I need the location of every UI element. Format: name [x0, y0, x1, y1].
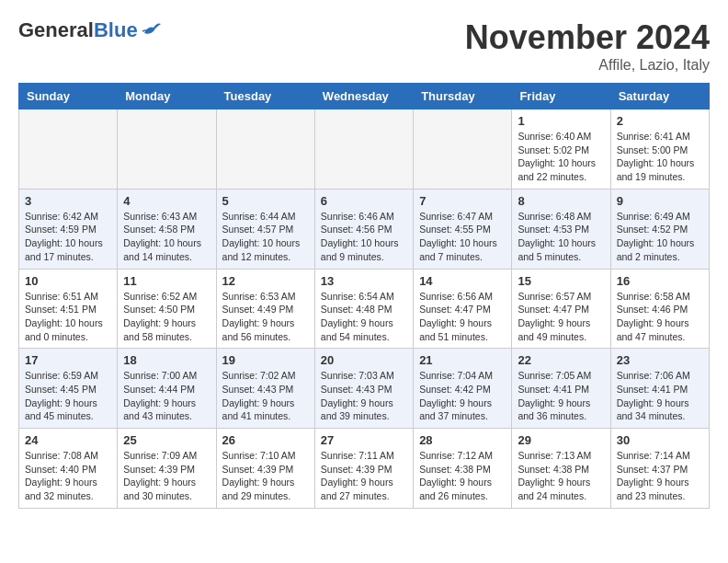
- day-cell: 11Sunrise: 6:52 AMSunset: 4:50 PMDayligh…: [118, 269, 216, 349]
- day-number: 26: [222, 433, 309, 447]
- day-info: Sunrise: 6:56 AMSunset: 4:47 PMDaylight:…: [419, 290, 506, 344]
- day-number: 30: [617, 433, 703, 447]
- day-number: 14: [419, 274, 506, 288]
- week-row-2: 3Sunrise: 6:42 AMSunset: 4:59 PMDaylight…: [19, 189, 710, 269]
- day-cell: 8Sunrise: 6:48 AMSunset: 4:53 PMDaylight…: [512, 189, 610, 269]
- col-header-thursday: Thursday: [414, 84, 512, 109]
- day-cell: 15Sunrise: 6:57 AMSunset: 4:47 PMDayligh…: [512, 269, 610, 349]
- day-cell: 19Sunrise: 7:02 AMSunset: 4:43 PMDayligh…: [216, 349, 314, 429]
- col-header-friday: Friday: [512, 84, 610, 109]
- week-row-3: 10Sunrise: 6:51 AMSunset: 4:51 PMDayligh…: [19, 269, 710, 349]
- day-info: Sunrise: 7:10 AMSunset: 4:39 PMDaylight:…: [222, 449, 309, 503]
- logo-general: General: [18, 18, 94, 42]
- day-info: Sunrise: 6:53 AMSunset: 4:49 PMDaylight:…: [222, 290, 309, 344]
- day-info: Sunrise: 7:04 AMSunset: 4:42 PMDaylight:…: [419, 369, 506, 423]
- day-info: Sunrise: 6:57 AMSunset: 4:47 PMDaylight:…: [518, 290, 604, 344]
- day-number: 12: [222, 274, 309, 288]
- day-cell: 29Sunrise: 7:13 AMSunset: 4:38 PMDayligh…: [512, 429, 610, 509]
- day-info: Sunrise: 7:11 AMSunset: 4:39 PMDaylight:…: [321, 449, 407, 503]
- calendar-table: SundayMondayTuesdayWednesdayThursdayFrid…: [18, 83, 710, 509]
- day-number: 17: [25, 353, 111, 367]
- day-number: 1: [518, 114, 604, 128]
- column-headers: SundayMondayTuesdayWednesdayThursdayFrid…: [19, 84, 710, 109]
- day-number: 28: [419, 433, 506, 447]
- day-cell: 22Sunrise: 7:05 AMSunset: 4:41 PMDayligh…: [512, 349, 610, 429]
- day-cell: 25Sunrise: 7:09 AMSunset: 4:39 PMDayligh…: [118, 429, 216, 509]
- day-cell: 26Sunrise: 7:10 AMSunset: 4:39 PMDayligh…: [216, 429, 314, 509]
- day-cell: 16Sunrise: 6:58 AMSunset: 4:46 PMDayligh…: [610, 269, 709, 349]
- day-cell: 7Sunrise: 6:47 AMSunset: 4:55 PMDaylight…: [414, 189, 512, 269]
- day-cell: 24Sunrise: 7:08 AMSunset: 4:40 PMDayligh…: [19, 429, 118, 509]
- day-number: 6: [321, 194, 407, 208]
- col-header-saturday: Saturday: [610, 84, 709, 109]
- day-info: Sunrise: 7:02 AMSunset: 4:43 PMDaylight:…: [222, 369, 309, 423]
- day-cell: [414, 109, 512, 190]
- day-info: Sunrise: 6:52 AMSunset: 4:50 PMDaylight:…: [123, 290, 210, 344]
- day-number: 24: [25, 433, 111, 447]
- day-cell: 21Sunrise: 7:04 AMSunset: 4:42 PMDayligh…: [414, 349, 512, 429]
- day-cell: 5Sunrise: 6:44 AMSunset: 4:57 PMDaylight…: [216, 189, 314, 269]
- day-number: 2: [617, 114, 703, 128]
- col-header-tuesday: Tuesday: [216, 84, 314, 109]
- day-cell: 2Sunrise: 6:41 AMSunset: 5:00 PMDaylight…: [610, 109, 709, 190]
- day-info: Sunrise: 7:13 AMSunset: 4:38 PMDaylight:…: [518, 449, 604, 503]
- day-info: Sunrise: 6:48 AMSunset: 4:53 PMDaylight:…: [518, 210, 604, 264]
- day-cell: 9Sunrise: 6:49 AMSunset: 4:52 PMDaylight…: [610, 189, 709, 269]
- day-number: 18: [123, 353, 210, 367]
- title-block: November 2024 Affile, Lazio, Italy: [465, 18, 710, 74]
- day-number: 8: [518, 194, 604, 208]
- calendar-body: 1Sunrise: 6:40 AMSunset: 5:02 PMDaylight…: [19, 109, 710, 509]
- day-number: 19: [222, 353, 309, 367]
- day-number: 23: [617, 353, 703, 367]
- day-info: Sunrise: 6:54 AMSunset: 4:48 PMDaylight:…: [321, 290, 407, 344]
- day-info: Sunrise: 6:43 AMSunset: 4:58 PMDaylight:…: [123, 210, 210, 264]
- day-cell: 20Sunrise: 7:03 AMSunset: 4:43 PMDayligh…: [314, 349, 413, 429]
- week-row-4: 17Sunrise: 6:59 AMSunset: 4:45 PMDayligh…: [19, 349, 710, 429]
- day-info: Sunrise: 6:51 AMSunset: 4:51 PMDaylight:…: [25, 290, 111, 344]
- day-number: 3: [25, 194, 111, 208]
- day-cell: 23Sunrise: 7:06 AMSunset: 4:41 PMDayligh…: [610, 349, 709, 429]
- day-number: 13: [321, 274, 407, 288]
- week-row-1: 1Sunrise: 6:40 AMSunset: 5:02 PMDaylight…: [19, 109, 710, 190]
- day-number: 25: [123, 433, 210, 447]
- day-cell: 3Sunrise: 6:42 AMSunset: 4:59 PMDaylight…: [19, 189, 118, 269]
- day-info: Sunrise: 7:14 AMSunset: 4:37 PMDaylight:…: [617, 449, 703, 503]
- day-info: Sunrise: 6:49 AMSunset: 4:52 PMDaylight:…: [617, 210, 703, 264]
- logo: GeneralBlue: [18, 18, 161, 42]
- day-info: Sunrise: 6:46 AMSunset: 4:56 PMDaylight:…: [321, 210, 407, 264]
- day-info: Sunrise: 7:00 AMSunset: 4:44 PMDaylight:…: [123, 369, 210, 423]
- day-info: Sunrise: 6:42 AMSunset: 4:59 PMDaylight:…: [25, 210, 111, 264]
- day-info: Sunrise: 7:06 AMSunset: 4:41 PMDaylight:…: [617, 369, 703, 423]
- day-cell: 17Sunrise: 6:59 AMSunset: 4:45 PMDayligh…: [19, 349, 118, 429]
- logo-blue: Blue: [94, 18, 138, 42]
- day-info: Sunrise: 7:09 AMSunset: 4:39 PMDaylight:…: [123, 449, 210, 503]
- day-info: Sunrise: 6:59 AMSunset: 4:45 PMDaylight:…: [25, 369, 111, 423]
- day-cell: 27Sunrise: 7:11 AMSunset: 4:39 PMDayligh…: [314, 429, 413, 509]
- day-number: 29: [518, 433, 604, 447]
- day-info: Sunrise: 7:08 AMSunset: 4:40 PMDaylight:…: [25, 449, 111, 503]
- day-cell: 14Sunrise: 6:56 AMSunset: 4:47 PMDayligh…: [414, 269, 512, 349]
- day-cell: 4Sunrise: 6:43 AMSunset: 4:58 PMDaylight…: [118, 189, 216, 269]
- day-cell: 13Sunrise: 6:54 AMSunset: 4:48 PMDayligh…: [314, 269, 413, 349]
- day-cell: 28Sunrise: 7:12 AMSunset: 4:38 PMDayligh…: [414, 429, 512, 509]
- day-info: Sunrise: 7:05 AMSunset: 4:41 PMDaylight:…: [518, 369, 604, 423]
- day-number: 27: [321, 433, 407, 447]
- week-row-5: 24Sunrise: 7:08 AMSunset: 4:40 PMDayligh…: [19, 429, 710, 509]
- day-info: Sunrise: 7:03 AMSunset: 4:43 PMDaylight:…: [321, 369, 407, 423]
- day-cell: 18Sunrise: 7:00 AMSunset: 4:44 PMDayligh…: [118, 349, 216, 429]
- day-number: 4: [123, 194, 210, 208]
- day-cell: 6Sunrise: 6:46 AMSunset: 4:56 PMDaylight…: [314, 189, 413, 269]
- day-number: 15: [518, 274, 604, 288]
- day-number: 10: [25, 274, 111, 288]
- month-title: November 2024: [465, 18, 710, 57]
- day-number: 20: [321, 353, 407, 367]
- day-info: Sunrise: 6:40 AMSunset: 5:02 PMDaylight:…: [518, 130, 604, 184]
- col-header-sunday: Sunday: [19, 84, 118, 109]
- day-cell: 30Sunrise: 7:14 AMSunset: 4:37 PMDayligh…: [610, 429, 709, 509]
- day-number: 9: [617, 194, 703, 208]
- col-header-monday: Monday: [118, 84, 216, 109]
- page-header: GeneralBlue November 2024 Affile, Lazio,…: [18, 18, 710, 74]
- day-info: Sunrise: 6:44 AMSunset: 4:57 PMDaylight:…: [222, 210, 309, 264]
- day-info: Sunrise: 7:12 AMSunset: 4:38 PMDaylight:…: [419, 449, 506, 503]
- logo-text: GeneralBlue: [18, 18, 161, 42]
